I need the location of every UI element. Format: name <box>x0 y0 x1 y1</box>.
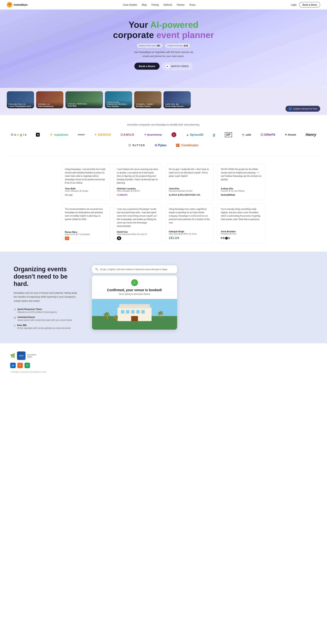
explore-venues-button[interactable]: 🌐 Explore Venues for Free <box>286 106 320 112</box>
hero-section: Your AI-powered corporate event planner … <box>0 10 327 88</box>
venue-city-5: Cape Cod, MA <box>165 103 189 105</box>
booking-image: 🌴 🌴 🌴 <box>92 299 177 330</box>
testimonial-text-4: The recommendations we received from Now… <box>65 208 106 221</box>
testimonial-footer-5: David Cao Chief Operating Officer @ Laye… <box>117 230 158 240</box>
svg-rect-8 <box>126 310 130 314</box>
feature-label-0: Quick Response Times <box>18 308 57 310</box>
testimonial-logo-7: PR⬤D <box>221 236 262 240</box>
ycombinator-icon[interactable]: Y <box>17 363 23 368</box>
venue-card-5[interactable]: Cape Cod, MA Ocean Edge Resorts <box>164 91 191 108</box>
testimonial-title-0: Senior Manager @ Google <box>65 190 106 192</box>
save-money-icon: □ <box>14 324 15 327</box>
svg-rect-10 <box>136 310 140 314</box>
nav-press[interactable]: Press <box>190 4 196 6</box>
footer-iata: 🌿 IATA AccreditedAgent <box>10 352 317 360</box>
nav-links: Case Studies Blog Pricing Referral Partn… <box>123 4 196 6</box>
nav-referral[interactable]: Referral <box>164 4 172 6</box>
unlimited-reach-icon: ⊙ <box>14 316 16 319</box>
feature-label-1: Unlimited Reach <box>18 316 72 318</box>
hero-subtitle: Use Nowadays to negotiate with the best … <box>131 50 196 58</box>
nav-book-demo-button[interactable]: Book a Demo <box>299 2 320 8</box>
search-demo[interactable]: 🔍 23 ppl, 3 nights, chill team offsite i… <box>92 265 177 273</box>
booking-card: ✓ Confirmed, your venue is booked! You'r… <box>92 276 177 330</box>
venue-card-3[interactable]: Punta Plata, Dominican Republic Gran Ven… <box>105 91 132 108</box>
hero-book-demo-button[interactable]: Book a Demo <box>134 63 160 70</box>
testimonial-author-5: David Cao <box>117 230 158 233</box>
svg-text:🌴: 🌴 <box>157 310 164 318</box>
venue-cards-container: Philadelphia, PA Loews Philadelphia Hote… <box>0 88 327 112</box>
testimonial-title-6: Chief Operating Officer @ Zelus <box>169 233 210 235</box>
testimonial-text-6: Using Nowadays has made a significant im… <box>169 208 210 224</box>
testimonial-author-7: Anne Brandes <box>221 230 262 233</box>
testimonial-card-6: Using Nowadays has made a significant im… <box>165 204 214 244</box>
globe-icon: 🌐 <box>288 107 292 110</box>
nav-blog[interactable]: Blog <box>142 4 147 6</box>
venue-city-1: Sonoma, CA <box>38 103 62 105</box>
venue-name-2: Hotel Baia <box>68 105 101 107</box>
organizing-visual: 🔍 23 ppl, 3 nights, chill team offsite i… <box>92 265 177 330</box>
feature-item-2: □ Save $$$ AI that negotiates with venue… <box>14 324 78 330</box>
watch-video-button[interactable]: ▶ WATCH VIDEO <box>162 62 192 70</box>
logo-g: g <box>213 132 215 137</box>
venue-card-2[interactable]: Cascais, Portugal Hotel Baia <box>66 91 103 108</box>
logos-grid: Google N ⚡ supabase amazon ✦ GENIOO CAMU… <box>10 132 317 147</box>
nav-case-studies[interactable]: Case Studies <box>123 4 137 6</box>
hero-title-your: Your <box>128 20 150 30</box>
logo-offerfit: ⬡ OfferFit <box>260 133 275 136</box>
testimonial-text-5: I was very surprised by Nowadays' result… <box>117 208 158 228</box>
testimonial-footer-3: Audrey Kim Founder @ On and Offsites OnA… <box>221 187 262 196</box>
venue-city-0: Philadelphia, PA <box>8 103 32 105</box>
nav-pricing[interactable]: Pricing <box>152 4 159 6</box>
footer-copyright: © All rights reserved by Nowadays AI, Co… <box>10 371 317 373</box>
venue-card-4[interactable]: Istanbul, Turkey Serefliye Cistern <box>134 91 162 108</box>
testimonial-logo-4: Y <box>65 237 106 240</box>
logo-icon: 🦊 <box>7 2 12 8</box>
svg-rect-7 <box>121 310 124 314</box>
testimonial-title-7: President @ Prod <box>221 233 262 235</box>
logo[interactable]: 🦊 nowadays <box>7 2 28 8</box>
linkedin-icon[interactable]: in <box>10 363 16 368</box>
login-button[interactable]: Login <box>291 4 296 6</box>
organizing-text: Organizing events doesn't need to be har… <box>14 266 78 330</box>
svg-rect-11 <box>141 310 145 314</box>
feature-desc-1: Venue search with results that match wit… <box>18 319 72 321</box>
logo-harvard: H <box>171 132 176 137</box>
techcrunch-icon[interactable]: TC <box>24 363 30 368</box>
booking-subtitle: You're going to Silverado Resort. <box>96 293 174 295</box>
search-icon: 🔍 <box>95 268 98 271</box>
footer: 🌿 IATA AccreditedAgent in Y TC © All rig… <box>0 343 327 377</box>
feature-label-2: Save $$$ <box>17 324 71 326</box>
feature-list: ↗ Quick Response Times Operate as a IATA… <box>14 308 78 330</box>
badge-day-rank: 2nd <box>184 44 188 47</box>
logo-quantstamp: ✦ Quantstamp <box>144 133 162 136</box>
social-icons: in Y TC <box>10 363 317 368</box>
testimonial-author-1: Sharleen Lazartes <box>117 187 158 190</box>
search-demo-text: 23 ppl, 3 nights, chill team offsite in … <box>100 268 168 270</box>
venue-card-0[interactable]: Philadelphia, PA Loews Philadelphia Hote… <box>7 91 34 108</box>
svg-text:amazon: amazon <box>78 134 85 136</box>
nav-partner[interactable]: Partner <box>177 4 184 6</box>
feature-item-1: ⊙ Unlimited Reach Venue search with resu… <box>14 316 78 322</box>
logo-cafe: ☕ café <box>242 133 251 136</box>
testimonial-title-2: Executive Assistant @ AEC <box>169 190 210 192</box>
venue-name-0: Loews Philadelphia Hotel <box>8 105 32 107</box>
booking-title: Confirmed, your venue is booked! <box>96 288 174 292</box>
venue-strip: Philadelphia, PA Loews Philadelphia Hote… <box>0 88 327 115</box>
logo-rutter: ☐ RUTTER <box>128 144 145 146</box>
logo-amazon: amazon <box>78 133 85 137</box>
hero-title-ai: AI-powered <box>150 20 198 30</box>
hero-badges: Product of the week 4th Product of the d… <box>136 43 190 48</box>
organizing-section: Organizing events doesn't need to be har… <box>0 252 327 343</box>
testimonial-logo-5: N <box>117 237 158 240</box>
feature-desc-2: AI that negotiates with venues globally … <box>17 327 71 329</box>
testimonial-footer-4: Renee Mars Head of HR @ Y Combinator Y <box>65 231 106 240</box>
testimonial-author-4: Renee Mars <box>65 231 106 233</box>
watch-label: WATCH VIDEO <box>171 65 189 68</box>
logo-pylon: ⊙ Pylon <box>155 144 166 147</box>
venue-card-1[interactable]: Sonoma, CA Hotel Healdsburg <box>36 91 63 108</box>
testimonial-logo-1: ⬡ OfferFit <box>117 194 158 196</box>
testimonials-section: Using Nowadays, I secured bids from hote… <box>0 156 327 252</box>
logo-supabase: ⚡ supabase <box>49 133 68 136</box>
testimonial-text-7: You're actually doing something really o… <box>221 208 262 221</box>
testimonial-footer-7: Anne Brandes President @ Prod PR⬤D <box>221 230 262 240</box>
